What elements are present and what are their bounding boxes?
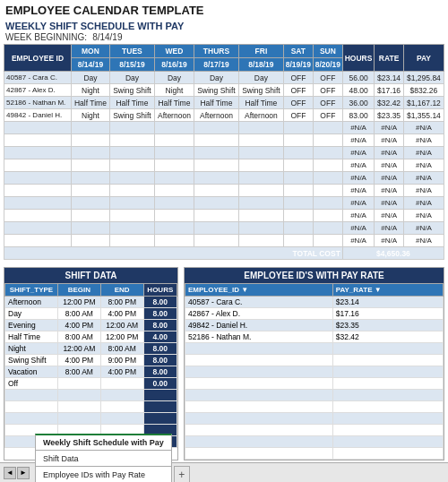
table-row-empty: #N/A#N/A#N/A: [4, 122, 444, 134]
emp-row-empty: [185, 425, 444, 436]
emp-row-empty: [185, 378, 444, 390]
shift-row: Vacation 8:00 AM 4:00 PM 8.00: [5, 366, 177, 378]
col-hours: HOURS: [342, 45, 374, 72]
shift-data-panel: SHIFT DATA SHIFT_TYPE BEGIN END HOURS Af…: [4, 267, 178, 460]
table-row: 49842 - Daniel H. Night Swing Shift Afte…: [4, 109, 444, 122]
col-employee-id: EMPLOYEE ID: [4, 45, 72, 72]
sat-date: 8/19/19: [283, 58, 313, 72]
table-row: 42867 - Alex D. Night Swing Shift Night …: [4, 84, 444, 97]
shift-col-type: SHIFT_TYPE: [5, 284, 58, 297]
table-row-empty: #N/A#N/A#N/A: [4, 185, 444, 197]
tab-1[interactable]: Shift Data: [35, 450, 172, 466]
table-row-empty: #N/A#N/A#N/A: [4, 222, 444, 235]
emp-id-title: EMPLOYEE ID'S WITH PAY RATE: [185, 268, 444, 283]
shift-row-empty: [5, 401, 177, 413]
schedule-table: EMPLOYEE ID MON TUES WED THURS FRI SAT S…: [4, 44, 444, 260]
page-title: EMPLOYEE CALENDAR TEMPLATE: [0, 0, 448, 19]
table-row-empty: #N/A#N/A#N/A: [4, 159, 444, 172]
tabs-container: Weekly Shift Schedule with PayShift Data…: [35, 434, 172, 482]
emp-row: 42867 - Alex D. $17.16: [185, 308, 444, 320]
fri-date: 8/18/19: [238, 58, 283, 72]
week-beginning-value: 8/14/19: [92, 32, 122, 42]
emp-col-id: EMPLOYEE_ID ▼: [185, 284, 333, 297]
emp-col-rate: PAY_RATE ▼: [332, 284, 443, 297]
emp-row-empty: [185, 448, 444, 460]
emp-row: 49842 - Daniel H. $23.35: [185, 320, 444, 331]
table-row-empty: #N/A#N/A#N/A: [4, 210, 444, 222]
shift-row: Swing Shift 4:00 PM 9:00 PM 8.00: [5, 355, 177, 366]
emp-row-empty: [185, 355, 444, 366]
nav-next[interactable]: ►: [17, 467, 30, 479]
table-row: 40587 - Cara C. Day Day Day Day Day OFF …: [4, 72, 444, 84]
col-thurs: THURS: [194, 45, 238, 58]
emp-row-empty: [185, 366, 444, 378]
shift-row: Night 12:00 AM 8:00 AM 8.00: [5, 343, 177, 355]
tab-2[interactable]: Employee IDs with Pay Rate: [35, 466, 172, 482]
table-row-empty: #N/A#N/A#N/A: [4, 134, 444, 147]
shift-row-empty: [5, 390, 177, 401]
col-wed: WED: [154, 45, 194, 58]
emp-row: 40587 - Cara C. $23.14: [185, 297, 444, 308]
thurs-date: 8/17/19: [194, 58, 238, 72]
wed-date: 8/16/19: [154, 58, 194, 72]
emp-row-empty: [185, 401, 444, 413]
col-rate: RATE: [375, 45, 404, 72]
tab-bar: ◄ ► Weekly Shift Schedule with PayShift …: [0, 462, 448, 482]
emp-row-empty: [185, 390, 444, 401]
shift-row: Day 8:00 AM 4:00 PM 8.00: [5, 308, 177, 320]
nav-prev[interactable]: ◄: [4, 467, 16, 479]
emp-pay-table: EMPLOYEE_ID ▼ PAY_RATE ▼ 40587 - Cara C.…: [185, 283, 444, 460]
col-fri: FRI: [238, 45, 283, 58]
emp-row-empty: [185, 343, 444, 355]
shift-row: Afternoon 12:00 PM 8:00 PM 8.00: [5, 297, 177, 308]
emp-row: 52186 - Nathan M. $32.42: [185, 331, 444, 343]
col-tues: TUES: [109, 45, 154, 58]
shift-row-empty: [5, 413, 177, 425]
tues-date: 8/15/19: [109, 58, 154, 72]
table-row: 52186 - Nathan M. Half Time Half Time Ha…: [4, 97, 444, 109]
emp-id-panel: EMPLOYEE ID'S WITH PAY RATE EMPLOYEE_ID …: [184, 267, 444, 460]
mon-date: 8/14/19: [71, 58, 109, 72]
table-row-empty: #N/A#N/A#N/A: [4, 197, 444, 210]
emp-row-empty: [185, 436, 444, 448]
week-beginning-label: WEEK BEGINNING:: [5, 32, 87, 42]
shift-row: Half Time 8:00 AM 12:00 PM 4.00: [5, 331, 177, 343]
total-cost-row: TOTAL COST $4,650.36: [4, 247, 444, 260]
sun-date: 8/20/19: [313, 58, 342, 72]
shift-col-end: END: [100, 284, 143, 297]
shift-row: Off 0.00: [5, 378, 177, 390]
section-label: WEEKLY SHIFT SCHEDULE WITH PAY: [0, 19, 448, 32]
emp-row-empty: [185, 413, 444, 425]
col-pay: PAY: [403, 45, 444, 72]
col-sun: SUN: [313, 45, 342, 58]
shift-col-begin: BEGIN: [57, 284, 100, 297]
col-sat: SAT: [283, 45, 313, 58]
shift-row: Evening 4:00 PM 12:00 AM 8.00: [5, 320, 177, 331]
add-tab-button[interactable]: +: [174, 466, 190, 482]
tab-0[interactable]: Weekly Shift Schedule with Pay: [35, 434, 172, 450]
col-mon: MON: [71, 45, 109, 58]
shift-col-hours: HOURS: [143, 284, 177, 297]
table-row-empty: #N/A#N/A#N/A: [4, 147, 444, 159]
table-row-empty: #N/A#N/A#N/A: [4, 235, 444, 247]
shift-table: SHIFT_TYPE BEGIN END HOURS Afternoon 12:…: [4, 283, 177, 448]
table-row-empty: #N/A#N/A#N/A: [4, 172, 444, 185]
shift-data-title: SHIFT DATA: [4, 268, 177, 283]
